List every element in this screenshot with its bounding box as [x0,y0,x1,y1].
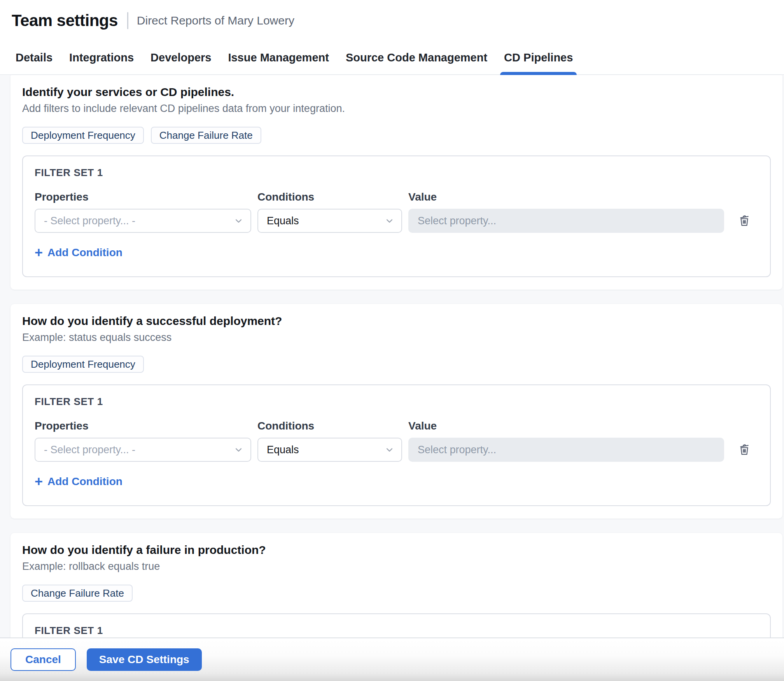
property-select[interactable]: - Select property... - [35,209,251,233]
tab-issue-management[interactable]: Issue Management [228,41,329,74]
page-header: Team settings Direct Reports of Mary Low… [0,0,784,41]
chevron-down-icon [235,448,242,452]
plus-icon: + [35,476,43,487]
filter-condition-row: - Select property... - Equals [35,438,758,462]
condition-select[interactable]: Equals [257,438,402,462]
team-settings-page: Team settings Direct Reports of Mary Low… [0,0,784,681]
chip-change-failure-rate[interactable]: Change Failure Rate [22,585,133,602]
value-input[interactable] [408,209,724,233]
filter-set-title: FILTER SET 1 [35,395,758,408]
tab-developers[interactable]: Developers [150,41,211,74]
tab-bar: Details Integrations Developers Issue Ma… [0,41,784,75]
filter-set-title: FILTER SET 1 [35,166,758,179]
tab-source-code-management[interactable]: Source Code Management [346,41,487,74]
chevron-down-icon [235,219,242,223]
chevron-down-icon [386,448,393,452]
filter-set-card: FILTER SET 1 Properties Conditions Value… [22,155,771,277]
conditions-label: Conditions [257,190,402,203]
action-footer: Cancel Save CD Settings [0,637,784,681]
filter-set-card: FILTER SET 1 Properties Conditions Value… [22,384,771,506]
page-subtitle: Direct Reports of Mary Lowery [137,14,294,27]
section-identify-pipelines: Identify your services or CD pipelines. … [10,75,782,290]
save-cd-settings-button[interactable]: Save CD Settings [87,648,202,671]
section-description: Example: status equals success [22,331,771,344]
delete-condition-button[interactable] [730,209,758,233]
tab-details[interactable]: Details [16,41,52,74]
section-heading: How do you identify a successful deploym… [22,314,771,328]
chip-deployment-frequency[interactable]: Deployment Frequency [22,356,144,373]
add-condition-label: Add Condition [47,475,122,488]
condition-select-value: Equals [267,444,299,456]
cd-pipelines-panel: Identify your services or CD pipelines. … [0,75,784,681]
section-description: Example: rollback equals true [22,560,771,573]
property-select-value: - Select property... - [44,215,135,227]
chip-deployment-frequency[interactable]: Deployment Frequency [22,127,144,144]
metric-chips: Change Failure Rate [22,585,771,602]
plus-icon: + [35,247,43,258]
add-condition-button[interactable]: + Add Condition [35,246,122,259]
filter-set-title: FILTER SET 1 [35,624,758,637]
properties-label: Properties [35,190,251,203]
page-title: Team settings [12,11,118,30]
tab-cd-pipelines[interactable]: CD Pipelines [504,41,573,74]
value-input[interactable] [408,438,724,462]
section-heading: Identify your services or CD pipelines. [22,85,771,99]
section-successful-deployment: How do you identify a successful deploym… [10,304,782,519]
section-description: Add filters to include relevant CD pipel… [22,102,771,115]
metric-chips: Deployment Frequency Change Failure Rate [22,127,771,144]
filter-condition-row: - Select property... - Equals [35,209,758,233]
trash-icon [737,442,751,457]
metric-chips: Deployment Frequency [22,356,771,373]
property-select-value: - Select property... - [44,444,135,456]
add-condition-label: Add Condition [47,246,122,259]
delete-condition-button[interactable] [730,438,758,462]
tab-integrations[interactable]: Integrations [69,41,134,74]
chevron-down-icon [386,219,393,223]
condition-select[interactable]: Equals [257,209,402,233]
title-divider [127,12,128,29]
cancel-button[interactable]: Cancel [10,648,76,671]
value-label: Value [408,419,758,432]
chip-change-failure-rate[interactable]: Change Failure Rate [151,127,261,144]
add-condition-button[interactable]: + Add Condition [35,475,122,488]
value-label: Value [408,190,758,203]
properties-label: Properties [35,419,251,432]
trash-icon [737,213,751,229]
property-select[interactable]: - Select property... - [35,438,251,462]
section-heading: How do you identify a failure in product… [22,543,771,557]
condition-select-value: Equals [267,215,299,227]
conditions-label: Conditions [257,419,402,432]
